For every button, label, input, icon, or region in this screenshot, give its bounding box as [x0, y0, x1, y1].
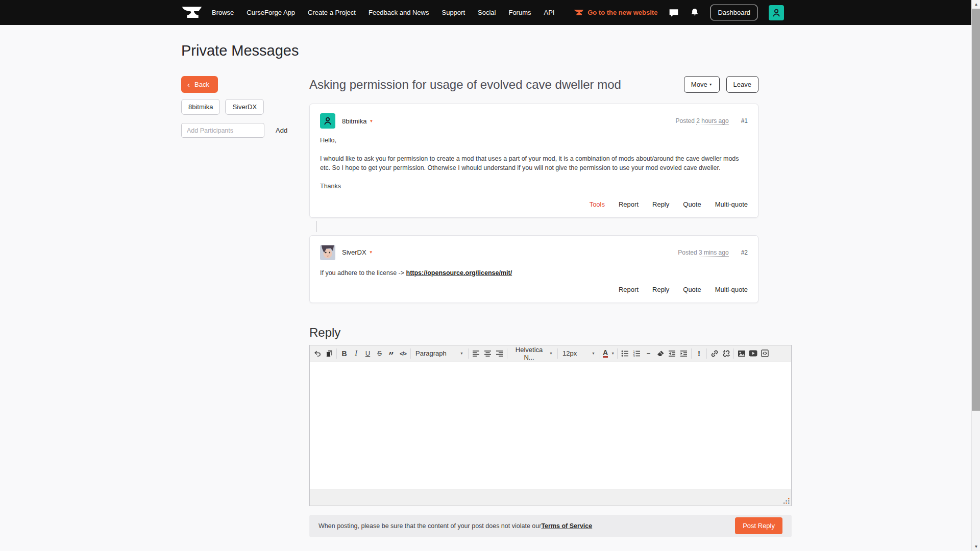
messages-button[interactable]: [669, 8, 679, 18]
insert-link-button[interactable]: [708, 347, 720, 360]
post-paragraph: Thanks: [320, 182, 748, 191]
back-button[interactable]: ‹ Back: [181, 76, 218, 93]
author-avatar[interactable]: [320, 245, 335, 260]
bullet-list-button[interactable]: [619, 347, 631, 360]
quote-link[interactable]: Quote: [683, 201, 701, 208]
code-button[interactable]: </>: [397, 347, 409, 360]
caret-down-icon: ▼: [611, 352, 615, 355]
nav-link-social[interactable]: Social: [478, 9, 496, 16]
align-center-button[interactable]: [482, 347, 494, 360]
scrollbar-thumb[interactable]: [972, 9, 980, 411]
caret-down-icon: ▼: [592, 352, 595, 355]
align-right-button[interactable]: [494, 347, 505, 360]
remove-format-button[interactable]: [654, 347, 666, 360]
go-to-new-website-link[interactable]: Go to the new website: [574, 9, 657, 16]
svg-text:3: 3: [633, 354, 635, 357]
post-paragraph: If you adhere to the license -> https://…: [320, 268, 748, 278]
multi-quote-link[interactable]: Multi-quote: [715, 286, 748, 293]
license-link[interactable]: https://opensource.org/license/mit/: [406, 269, 512, 277]
toolbar-separator: [617, 348, 618, 359]
quote-link[interactable]: Quote: [683, 286, 701, 293]
outdent-button[interactable]: [666, 347, 678, 360]
user-avatar[interactable]: [769, 5, 784, 20]
spoiler-button[interactable]: !: [693, 347, 705, 360]
nav-link-curseforge-app[interactable]: CurseForge App: [247, 9, 295, 16]
tools-link[interactable]: Tools: [590, 201, 605, 208]
author-name-menu[interactable]: SiverDX ▼: [342, 248, 373, 256]
code-sample-button[interactable]: [759, 347, 771, 360]
toolbar-separator: [507, 348, 507, 359]
move-button[interactable]: Move ▼: [684, 76, 720, 93]
terms-of-service-link[interactable]: Terms of Service: [541, 522, 592, 530]
nav-link-browse[interactable]: Browse: [212, 9, 234, 16]
strikethrough-button[interactable]: S: [374, 347, 385, 360]
leave-button[interactable]: Leave: [726, 76, 758, 93]
caret-down-icon: ▼: [369, 250, 373, 255]
author-name-menu[interactable]: 8bitmika ▼: [342, 117, 373, 125]
dashboard-button[interactable]: Dashboard: [710, 5, 757, 20]
nav-link-create-a-project[interactable]: Create a Project: [308, 9, 356, 16]
toolbar-separator: [468, 348, 469, 359]
reply-editor: B I U S ” </> Paragraph ▼: [309, 345, 792, 506]
posted-time-link[interactable]: 3 mins ago: [699, 249, 729, 257]
add-participants-input[interactable]: [181, 123, 264, 138]
reply-link[interactable]: Reply: [652, 201, 669, 208]
post-number-link[interactable]: #2: [741, 249, 748, 256]
text-color-button[interactable]: A ▼: [602, 347, 616, 360]
posted-timestamp: Posted 3 mins ago: [678, 249, 728, 256]
insert-video-button[interactable]: [747, 347, 759, 360]
author-avatar[interactable]: [320, 113, 335, 129]
multi-quote-link[interactable]: Multi-quote: [715, 201, 748, 208]
insert-image-button[interactable]: [736, 347, 747, 360]
toolbar-separator: [557, 348, 558, 359]
posted-time-link[interactable]: 2 hours ago: [696, 117, 728, 125]
scroll-up-button[interactable]: ▲: [972, 0, 980, 9]
font-family-dropdown[interactable]: Helvetica N... ▼: [509, 347, 556, 360]
add-participants-row: Add: [181, 123, 288, 138]
reply-link[interactable]: Reply: [652, 286, 669, 293]
nav-link-feedback-and-news[interactable]: Feedback and News: [369, 9, 429, 16]
navbar-right-group: Go to the new website Dashboard: [574, 5, 784, 20]
paragraph-format-dropdown[interactable]: Paragraph ▼: [412, 347, 467, 360]
nav-link-support[interactable]: Support: [442, 9, 465, 16]
font-size-dropdown[interactable]: 12px ▼: [559, 347, 598, 360]
report-link[interactable]: Report: [619, 201, 639, 208]
page-scrollbar[interactable]: ▲ ▼: [971, 0, 980, 551]
chat-bubble-icon: [669, 8, 679, 18]
person-icon: [323, 116, 333, 126]
paste-button[interactable]: [323, 347, 335, 360]
nav-link-api[interactable]: API: [544, 9, 555, 16]
numbered-list-button[interactable]: 123: [631, 347, 643, 360]
unlink-button[interactable]: [720, 347, 732, 360]
posted-timestamp: Posted 2 hours ago: [676, 117, 729, 124]
underline-button[interactable]: U: [362, 347, 374, 360]
nav-link-forums[interactable]: Forums: [508, 9, 531, 16]
scroll-down-button[interactable]: ▼: [972, 542, 980, 551]
blockquote-button[interactable]: ”: [385, 347, 397, 360]
top-navbar: Browse CurseForge App Create a Project F…: [0, 0, 971, 25]
report-link[interactable]: Report: [619, 286, 639, 293]
post-reply-button[interactable]: Post Reply: [735, 517, 782, 534]
thread-title: Asking permission for usage of evolved c…: [309, 78, 621, 92]
participants-list: 8bitmika SiverDX: [181, 99, 288, 115]
resize-grip[interactable]: [783, 498, 790, 504]
indent-button[interactable]: [678, 347, 690, 360]
siverdx-avatar-image: [320, 245, 335, 260]
horizontal-rule-button[interactable]: −: [643, 347, 654, 360]
undo-button[interactable]: [311, 347, 323, 360]
toolbar-separator: [600, 348, 600, 359]
notifications-button[interactable]: [690, 8, 699, 17]
bold-button[interactable]: B: [338, 347, 350, 360]
chevron-left-icon: ‹: [187, 82, 190, 87]
align-left-button[interactable]: [470, 347, 482, 360]
add-participant-button[interactable]: Add: [276, 127, 287, 134]
post-card: 8bitmika ▼ Posted 2 hours ago #1 Hello, …: [309, 104, 758, 218]
participant-chip[interactable]: SiverDX: [225, 99, 264, 115]
post-number-link[interactable]: #1: [741, 117, 748, 124]
participant-chip[interactable]: 8bitmika: [181, 99, 220, 115]
curseforge-anvil-logo[interactable]: [181, 6, 203, 19]
thread-main: Asking permission for usage of evolved c…: [309, 76, 792, 537]
toolbar-separator: [410, 348, 411, 359]
editor-content-area[interactable]: [310, 362, 791, 489]
italic-button[interactable]: I: [350, 347, 362, 360]
